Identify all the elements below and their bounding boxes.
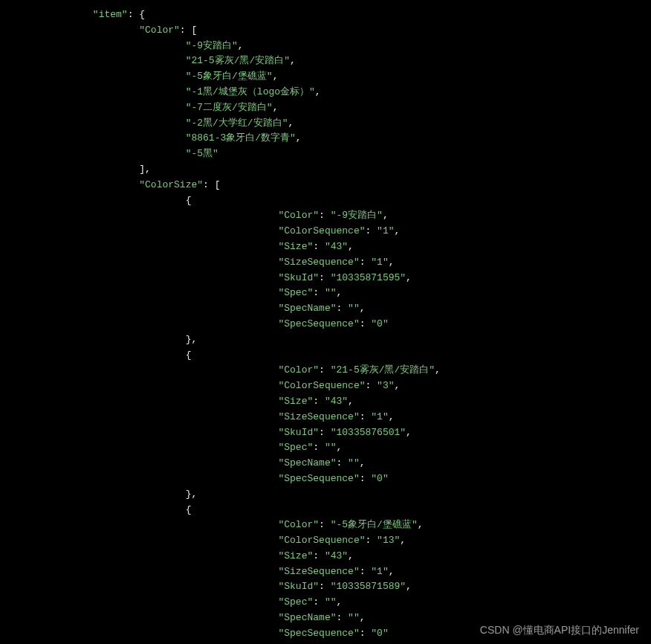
code-line: "-5黑" <box>0 146 651 162</box>
code-line: "SpecName": "", <box>0 456 651 471</box>
code-line: "SkuId": "10335876501", <box>0 425 651 441</box>
code-line: "Spec": "", <box>0 440 651 456</box>
code-line: "item": { <box>0 7 651 23</box>
code-line: "SpecName": "", <box>0 301 651 317</box>
json-code-block: "item": { "Color": [ "-9安踏白", "21-5雾灰/黑/… <box>0 7 651 644</box>
code-line: "Color": [ <box>0 23 651 39</box>
code-line: "ColorSequence": "1", <box>0 224 651 239</box>
code-line: "SpecSequence": "0" <box>0 317 651 332</box>
code-line: "Color": "-5象牙白/堡礁蓝", <box>0 518 651 533</box>
code-line: "8861-3象牙白/数字青", <box>0 131 651 146</box>
code-line: { <box>0 193 651 209</box>
code-line: { <box>0 348 651 364</box>
code-line: "ColorSequence": "3", <box>0 379 651 394</box>
watermark: CSDN @懂电商API接口的Jennifer <box>480 622 639 638</box>
code-line: "SizeSequence": "1", <box>0 410 651 425</box>
code-line: "SizeSequence": "1", <box>0 255 651 271</box>
code-line: "Spec": "", <box>0 286 651 301</box>
code-line: "SkuId": "10335871595", <box>0 271 651 286</box>
code-line: "SizeSequence": "1", <box>0 564 651 580</box>
code-line: }, <box>0 332 651 348</box>
code-line: "21-5雾灰/黑/安踏白", <box>0 54 651 69</box>
code-line: "ColorSize": [ <box>0 178 651 193</box>
code-line: "-1黑/城堡灰（logo金标）", <box>0 85 651 100</box>
code-line: "Spec": "", <box>0 595 651 611</box>
code-line: "Size": "43", <box>0 394 651 410</box>
code-line: "SkuId": "10335871589", <box>0 579 651 595</box>
code-line: "-2黑/大学红/安踏白", <box>0 116 651 132</box>
code-line: }, <box>0 487 651 503</box>
code-line: ], <box>0 162 651 178</box>
code-line: "SpecSequence": "0" <box>0 471 651 487</box>
code-line: "Size": "43", <box>0 239 651 255</box>
code-line: "Color": "21-5雾灰/黑/安踏白", <box>0 363 651 379</box>
code-line: "-5象牙白/堡礁蓝", <box>0 69 651 85</box>
code-line: "Color": "-9安踏白", <box>0 208 651 224</box>
code-line: "Size": "43", <box>0 549 651 564</box>
code-line: "-9安踏白", <box>0 39 651 54</box>
code-line: "ColorSequence": "13", <box>0 533 651 549</box>
code-line: { <box>0 503 651 518</box>
code-line: "-7二度灰/安踏白", <box>0 100 651 116</box>
